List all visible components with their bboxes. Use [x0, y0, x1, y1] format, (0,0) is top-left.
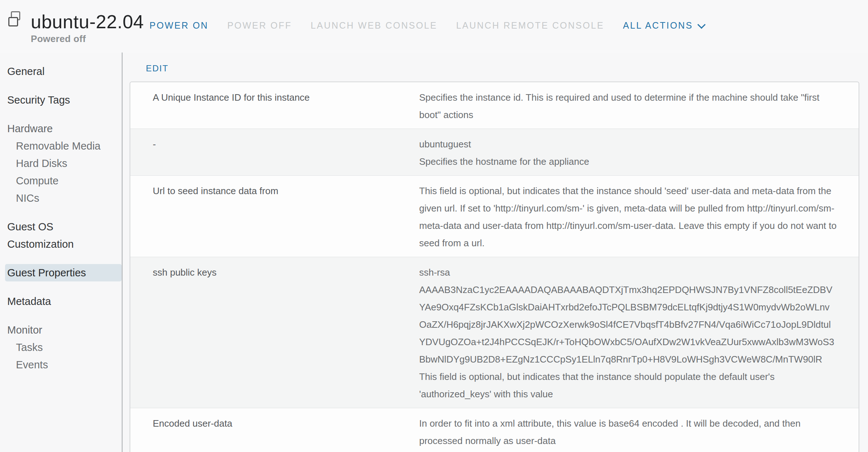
property-label: A Unique Instance ID for this instance [130, 82, 419, 129]
power-on-button[interactable]: POWER ON [149, 20, 208, 31]
sidebar-item-security-tags[interactable]: Security Tags [0, 91, 122, 109]
launch-web-console-button: LAUNCH WEB CONSOLE [311, 20, 437, 31]
ssh-public-key-value: AAAAB3NzaC1yc2EAAAADAQABAAABAQDTXjTmx3hq… [419, 281, 837, 368]
chevron-down-icon [698, 20, 706, 29]
power-off-button: POWER OFF [227, 20, 292, 31]
sidebar-item-events[interactable]: Events [0, 356, 122, 373]
sidebar-item-removable-media[interactable]: Removable Media [0, 137, 122, 155]
property-current-value: ubuntuguest [419, 135, 837, 153]
property-label: ssh public keys [130, 257, 419, 408]
sidebar-item-tasks[interactable]: Tasks [0, 339, 122, 356]
sidebar-item-hardware[interactable]: Hardware [0, 120, 122, 137]
vm-header: ubuntu-22.04 Powered off POWER ON POWER … [0, 0, 868, 53]
property-label: Encoded user-data [130, 408, 419, 452]
sidebar-item-compute[interactable]: Compute [0, 172, 122, 189]
property-description: Specifies the instance id. This is requi… [419, 89, 837, 124]
table-row: Url to seed instance data from This fiel… [130, 175, 859, 257]
property-description: In order to fit into a xml attribute, th… [419, 415, 837, 449]
property-description: Specifies the hostname for the appliance [419, 153, 837, 170]
property-value: This field is optional, but indicates th… [419, 176, 859, 257]
sidebar-item-monitor[interactable]: Monitor [0, 321, 122, 339]
sidebar-item-hard-disks[interactable]: Hard Disks [0, 155, 122, 172]
guest-properties-table: A Unique Instance ID for this instance S… [130, 81, 859, 452]
sidebar-item-nics[interactable]: NICs [0, 189, 122, 207]
sidebar-item-general[interactable]: General [0, 63, 122, 80]
vm-icon [8, 11, 20, 26]
property-label: Url to seed instance data from [130, 176, 419, 257]
vm-title: ubuntu-22.04 [31, 11, 144, 33]
table-row: ssh public keys ssh-rsa AAAAB3NzaC1yc2EA… [130, 257, 859, 408]
property-value: ssh-rsa AAAAB3NzaC1yc2EAAAADAQABAAABAQDT… [419, 257, 859, 408]
property-description: This field is optional, but indicates th… [419, 368, 837, 403]
vm-icon-front-square [8, 17, 18, 26]
property-value: Specifies the instance id. This is requi… [419, 82, 859, 129]
table-row: Encoded user-data In order to fit into a… [130, 408, 859, 452]
property-value: ubuntuguest Specifies the hostname for t… [419, 129, 859, 175]
sidebar-nav-list: General Security Tags Hardware Removable… [0, 63, 122, 373]
vm-settings-sidebar: General Security Tags Hardware Removable… [0, 53, 122, 452]
all-actions-menu-button[interactable]: ALL ACTIONS [623, 20, 704, 31]
property-description: This field is optional, but indicates th… [419, 182, 837, 252]
edit-button[interactable]: EDIT [146, 63, 169, 74]
property-value: In order to fit into a xml attribute, th… [419, 408, 859, 452]
sidebar-item-metadata[interactable]: Metadata [0, 293, 122, 310]
table-row: A Unique Instance ID for this instance S… [130, 82, 859, 129]
property-label: - [130, 129, 419, 175]
guest-properties-panel: EDIT A Unique Instance ID for this insta… [123, 53, 868, 452]
ssh-key-type: ssh-rsa [419, 264, 837, 281]
table-row: - ubuntuguest Specifies the hostname for… [130, 129, 859, 175]
vm-power-status: Powered off [31, 33, 86, 45]
launch-remote-console-button: LAUNCH REMOTE CONSOLE [456, 20, 604, 31]
vm-action-bar: POWER ON POWER OFF LAUNCH WEB CONSOLE LA… [149, 20, 704, 31]
sidebar-item-guest-properties[interactable]: Guest Properties [5, 264, 122, 281]
all-actions-label[interactable]: ALL ACTIONS [623, 20, 693, 31]
sidebar-item-guest-os-customization[interactable]: Guest OS Customization [0, 218, 122, 253]
